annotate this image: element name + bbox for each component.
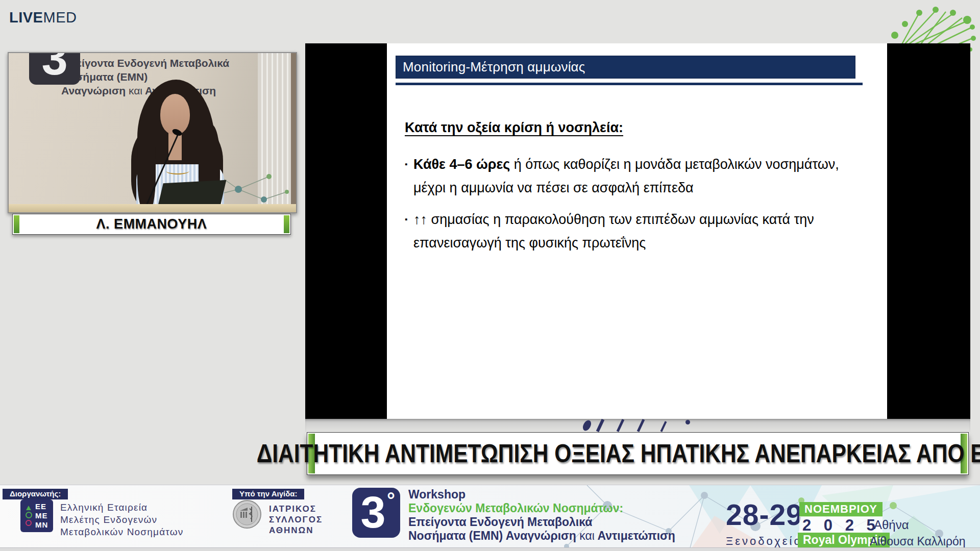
auspices-name-line3: ΑΘΗΝΩΝ (269, 525, 323, 536)
nameplate-green-edge-left (14, 215, 19, 233)
eemmn-logo: EE ME MN (20, 499, 53, 532)
strip-mark-icon (660, 421, 667, 432)
slide-title: Monitoring-Μέτρηση αμμωνίας (403, 59, 585, 75)
workshop-3-logo: 3 ° (352, 488, 400, 538)
workshop-line2: Ενδογενών Μεταβολικών Νοσημάτων: (408, 502, 675, 515)
organizer-label: Διοργανωτής: (3, 489, 68, 499)
event-hall: Αίθουσα Καλλιρόη (870, 535, 966, 548)
eemmn-logo-letters: EE ME MN (35, 502, 48, 530)
livemed-logo: LIVEMED (9, 9, 77, 26)
green-ring-icon (26, 512, 32, 518)
workshop-line4-post: Αντιμετώπιση (595, 529, 675, 542)
workshop-line4-pre: Νοσήματα (ΕΜΝ) Αναγνώριση (408, 529, 579, 542)
backdrop-line-1: Επείγοντα Ενδογενή Μεταβολικά (61, 56, 229, 70)
red-ring-icon (26, 520, 32, 526)
speaker-nameplate: Λ. ΕΜΜΑΝΟΥΗΛ (12, 214, 291, 235)
workshop-line3: Επείγοντα Ενδογενή Μεταβολικά (408, 515, 675, 529)
strip-dot-icon (685, 420, 690, 424)
backdrop-line-3-kai: και (129, 85, 142, 96)
workshop-line4: Νοσήματα (ΕΜΝ) Αναγνώριση και Αντιμετώπι… (408, 529, 675, 543)
footer-bottom-strip (0, 547, 980, 551)
bullet-marker-icon: ▪ (405, 208, 413, 255)
presentation-slide: Monitoring-Μέτρηση αμμωνίας Κατά την οξε… (387, 43, 887, 419)
organizer-name-line2: Μελέτης Ενδογενών (60, 514, 184, 526)
speaker-name: Λ. ΕΜΜΑΝΟΥΗΛ (96, 216, 207, 232)
workshop-3-badge-partial: 3 (29, 52, 80, 85)
auspices-name: ΙΑΤΡΙΚΟΣ ΣΥΛΛΟΓΟΣ ΑΘΗΝΩΝ (269, 504, 323, 536)
livemed-logo-med: MED (43, 9, 77, 26)
workshop-degree: ° (387, 490, 395, 510)
lecture-title: ΔΙΑΙΤΗΤΙΚΗ ΑΝΤΙΜΕΤΩΠΙΣΗ ΟΞΕΙΑΣ ΗΠΑΤΙΚΗΣ … (257, 439, 980, 468)
event-dates: 28-29 (726, 498, 803, 532)
auspices-label: Υπό την Αιγίδα: (232, 489, 304, 499)
event-footer: Διοργανωτής: EE ME MN Ελληνική Εταιρεία … (0, 485, 980, 551)
slide-bullet-1-bold: Κάθε 4–6 ώρες (413, 157, 510, 172)
event-city: Αθήνα (874, 518, 909, 532)
organizer-name-line1: Ελληνική Εταιρεία (60, 502, 184, 514)
podium-laptop (158, 180, 227, 208)
slide-bullet-2-rest: ↑↑ σημασίας η παρακολούθηση των επιπέδων… (413, 212, 814, 251)
speaker-necklace (166, 167, 189, 174)
backdrop-line-2: Νοσήματα (ΕΜΝ) (61, 70, 229, 84)
slide-bullet-2-text: ↑↑ σημασίας η παρακολούθηση των επιπέδων… (413, 208, 873, 255)
strip-mark-icon (581, 419, 593, 432)
speaker-video-thumbnail[interactable]: Επείγοντα Ενδογενή Μεταβολικά Νοσήματα (… (8, 52, 297, 213)
workshop-line1: Workshop (408, 488, 675, 502)
nameplate-green-edge-right (284, 215, 289, 233)
strip-mark-icon (596, 419, 604, 432)
slide-viewer: Monitoring-Μέτρηση αμμωνίας Κατά την οξε… (305, 43, 970, 419)
auspices-name-line1: ΙΑΤΡΙΚΟΣ (269, 504, 323, 514)
hotel-label: Ξενοδοχείο (726, 535, 802, 548)
medical-association-coin-icon (232, 499, 262, 529)
strip-mark-icon (617, 419, 625, 432)
bullet-marker-icon: ▪ (405, 153, 413, 199)
workshop-line4-kai: και (579, 529, 595, 542)
decorative-strip (305, 419, 970, 432)
backdrop-line-3: Αναγνώριση και Αντιμετώπιση (61, 84, 229, 97)
slide-heading: Κατά την οξεία κρίση ή νοσηλεία: (405, 120, 623, 136)
slide-bullet-1: ▪ Κάθε 4–6 ώρες ή όπως καθορίζει η μονάδ… (405, 153, 873, 199)
backdrop-line-3-pre: Αναγνώριση (61, 85, 129, 96)
lecture-title-banner: ΔΙΑΙΤΗΤΙΚΗ ΑΝΤΙΜΕΤΩΠΙΣΗ ΟΞΕΙΑΣ ΗΠΑΤΙΚΗΣ … (307, 432, 969, 475)
flask-icon (26, 506, 31, 510)
eemmn-letters-row2: ME (35, 511, 48, 520)
eemmn-letters-row3: MN (35, 520, 48, 530)
slide-bullet-list: ▪ Κάθε 4–6 ώρες ή όπως καθορίζει η μονάδ… (405, 153, 873, 263)
livemed-player-page: LIVEMED Επείγοντα Ενδογενή Μεταβολικά Νο… (0, 0, 980, 551)
speaker-hair-strand-left (137, 124, 156, 212)
eemmn-logo-shapes-icon (24, 506, 33, 526)
livemed-logo-live: LIVE (9, 9, 43, 26)
organizer-name-line3: Μεταβολικών Νοσημάτων (60, 526, 184, 538)
slide-bullet-1-text: Κάθε 4–6 ώρες ή όπως καθορίζει η μονάδα … (413, 153, 873, 199)
strip-mark-icon (637, 419, 645, 432)
workshop-title-block: Workshop Ενδογενών Μεταβολικών Νοσημάτων… (408, 488, 675, 543)
slide-bullet-2: ▪ ↑↑ σημασίας η παρακολούθηση των επιπέδ… (405, 208, 873, 255)
slide-title-bar: Monitoring-Μέτρηση αμμωνίας (396, 56, 855, 79)
organizer-name: Ελληνική Εταιρεία Μελέτης Ενδογενών Μετα… (60, 502, 184, 538)
podium (9, 204, 296, 212)
event-year: 2 0 2 5 (799, 516, 883, 535)
backdrop-poster-text: Επείγοντα Ενδογενή Μεταβολικά Νοσήματα (… (61, 56, 229, 97)
eemmn-letters-row1: EE (35, 502, 48, 511)
auspices-name-line2: ΣΥΛΛΟΓΟΣ (269, 514, 323, 525)
event-month-badge: ΝΟΕΜΒΡΙΟΥ (799, 502, 883, 517)
slide-title-underline (396, 83, 863, 85)
